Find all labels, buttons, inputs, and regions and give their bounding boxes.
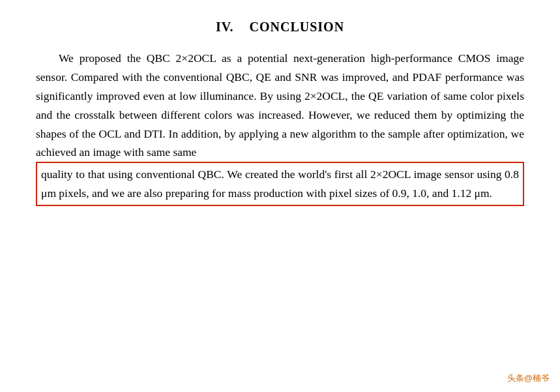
section-heading: IV. CONCLUSION <box>36 20 524 35</box>
page-container: IV. CONCLUSION We proposed the QBC 2×2OC… <box>0 0 560 392</box>
boxed-text: quality to that using conventional QBC. … <box>41 168 519 200</box>
watermark: 头条@楠爷 <box>507 372 550 384</box>
normal-text-part: We proposed the QBC 2×2OCL as a potentia… <box>36 52 524 158</box>
paragraph-text: We proposed the QBC 2×2OCL as a potentia… <box>36 49 524 162</box>
highlighted-paragraph: quality to that using conventional QBC. … <box>36 162 524 206</box>
heading-title: CONCLUSION <box>250 20 345 34</box>
heading-roman: IV. <box>216 20 234 34</box>
watermark-text: 头条@楠爷 <box>507 373 550 383</box>
normal-text-same: same <box>173 145 196 158</box>
body-text: We proposed the QBC 2×2OCL as a potentia… <box>36 49 524 206</box>
